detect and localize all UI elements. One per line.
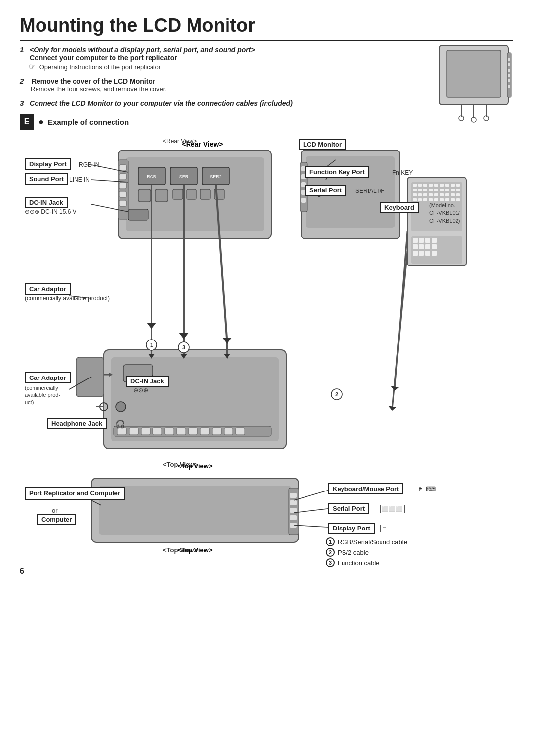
top-view-1: <Top View> xyxy=(163,461,198,468)
svg-rect-59 xyxy=(413,189,417,191)
svg-line-160 xyxy=(91,500,101,505)
keyboard-label: Keyboard xyxy=(380,202,419,213)
connection-diagram: <Rear View> RGB SER SER2 xyxy=(20,133,513,562)
svg-rect-11 xyxy=(508,69,510,72)
svg-rect-142 xyxy=(289,488,299,535)
svg-rect-105 xyxy=(117,428,126,435)
svg-rect-76 xyxy=(456,193,460,196)
legend-text-3: Function cable xyxy=(338,559,380,567)
circle-2: 2 xyxy=(326,548,335,557)
serial-icon: ⬜⬜⬜ xyxy=(380,505,405,513)
legend-text-1: RGB/Serial/Sound cable xyxy=(338,538,407,546)
svg-text:1: 1 xyxy=(150,342,153,348)
dc-in-sub: ⊖⊙⊕ DC-IN 15.6 V xyxy=(25,208,76,215)
function-key-port-label: Function Key Port xyxy=(305,166,369,178)
svg-text:SER2: SER2 xyxy=(210,174,222,179)
svg-rect-65 xyxy=(445,189,449,191)
serial-port-top-label: Serial Port xyxy=(305,185,346,196)
svg-rect-51 xyxy=(418,184,422,187)
svg-line-150 xyxy=(91,180,128,182)
svg-rect-31 xyxy=(155,189,168,202)
svg-rect-13 xyxy=(508,79,510,82)
svg-rect-95 xyxy=(413,251,418,256)
svg-rect-61 xyxy=(423,189,427,191)
svg-marker-135 xyxy=(391,386,399,391)
svg-rect-19 xyxy=(119,165,126,171)
legend: 1 RGB/Serial/Sound cable 2 PS/2 cable 3 … xyxy=(326,537,407,568)
display-port-sub: RGB IN xyxy=(79,161,99,168)
svg-line-133 xyxy=(395,231,407,389)
svg-rect-9 xyxy=(508,58,510,61)
svg-rect-108 xyxy=(153,428,162,435)
svg-rect-12 xyxy=(508,74,510,77)
svg-rect-74 xyxy=(445,193,449,196)
svg-rect-111 xyxy=(189,428,197,435)
svg-rect-92 xyxy=(419,244,424,249)
svg-rect-147 xyxy=(290,523,297,528)
dc-in-jack-label: DC-IN Jack xyxy=(25,197,68,208)
svg-point-116 xyxy=(116,402,126,412)
svg-marker-100 xyxy=(179,333,189,339)
svg-rect-69 xyxy=(418,193,422,196)
serial-port-bottom-label: Serial Port xyxy=(328,503,369,514)
car-adaptor-top-sub: (commercially available product) xyxy=(25,295,110,302)
svg-marker-126 xyxy=(180,354,187,359)
svg-rect-62 xyxy=(429,189,433,191)
svg-rect-103 xyxy=(111,357,279,441)
svg-rect-113 xyxy=(212,428,221,435)
bullet-icon: ● xyxy=(38,117,44,127)
serial-port-top-sub: SERIAL I/F xyxy=(355,188,385,194)
display-port-bottom-label: Display Port xyxy=(328,523,375,534)
svg-rect-24 xyxy=(138,167,165,185)
svg-rect-30 xyxy=(138,189,151,202)
svg-rect-72 xyxy=(434,193,438,196)
svg-rect-23 xyxy=(119,200,126,206)
svg-rect-144 xyxy=(290,500,297,505)
svg-rect-34 xyxy=(200,189,210,199)
svg-rect-91 xyxy=(413,244,418,249)
svg-rect-90 xyxy=(432,238,437,243)
svg-point-129 xyxy=(146,340,157,350)
or-label: or xyxy=(52,507,58,514)
svg-marker-124 xyxy=(148,354,155,359)
svg-text:SER: SER xyxy=(179,174,189,179)
svg-rect-143 xyxy=(290,493,297,498)
dc-in-jack2-label: DC-IN Jack xyxy=(126,376,169,387)
page-number: 6 xyxy=(20,567,513,576)
step-1-title: <Only for models without a display port,… xyxy=(30,46,255,54)
keyboard-mouse-port-label: Keyboard/Mouse Port xyxy=(328,483,403,494)
svg-rect-146 xyxy=(290,515,297,520)
example-title: Example of connection xyxy=(48,118,129,126)
car-adaptor-sub: (commerciallyavailable prod-uct) xyxy=(25,384,60,406)
svg-rect-22 xyxy=(119,191,126,197)
function-key-sub: Fn KEY xyxy=(392,169,413,176)
svg-marker-136 xyxy=(388,406,396,411)
svg-rect-82 xyxy=(440,198,444,201)
svg-rect-1 xyxy=(447,50,501,97)
svg-rect-53 xyxy=(429,184,433,187)
svg-rect-54 xyxy=(434,184,438,187)
svg-rect-114 xyxy=(224,428,233,435)
rear-view-label: <Rear View> xyxy=(163,138,197,145)
e-badge: E xyxy=(20,114,34,130)
dc-in2-sub: ⊖⊙⊕ xyxy=(133,387,148,394)
svg-rect-79 xyxy=(423,198,427,201)
car-adaptor-label: Car Adaptor xyxy=(25,372,71,383)
svg-rect-28 xyxy=(202,167,229,185)
sound-port-label: Sound Port xyxy=(25,173,68,185)
legend-item-2: 2 PS/2 cable xyxy=(326,548,407,557)
note-icon: ☞ xyxy=(29,62,36,71)
svg-point-137 xyxy=(331,389,342,400)
svg-rect-20 xyxy=(119,174,126,180)
headphone-jack-label: Headphone Jack xyxy=(47,418,107,429)
svg-rect-68 xyxy=(413,193,417,196)
svg-rect-67 xyxy=(456,189,460,191)
display-icon: □ xyxy=(380,525,389,532)
svg-rect-47 xyxy=(301,198,306,203)
circle-1: 1 xyxy=(326,537,335,546)
step-1-subtitle: Connect your computer to the port replic… xyxy=(30,54,177,62)
svg-rect-70 xyxy=(423,193,427,196)
svg-rect-33 xyxy=(187,189,196,199)
lcd-monitor-label: LCD Monitor xyxy=(299,139,346,150)
svg-rect-87 xyxy=(413,238,418,243)
